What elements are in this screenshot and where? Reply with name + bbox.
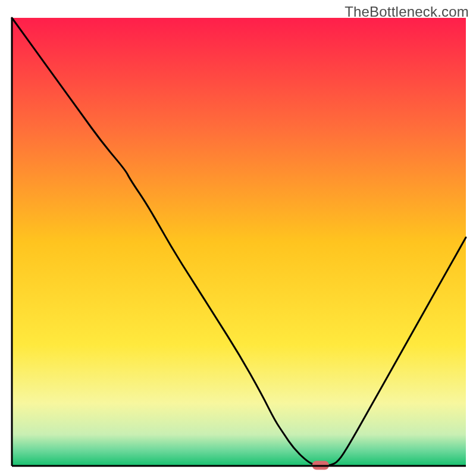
chart-container: TheBottleneck.com: [0, 0, 476, 476]
watermark-text: TheBottleneck.com: [345, 4, 469, 20]
plot-background: [12, 18, 466, 466]
bottleneck-chart: [0, 0, 476, 476]
